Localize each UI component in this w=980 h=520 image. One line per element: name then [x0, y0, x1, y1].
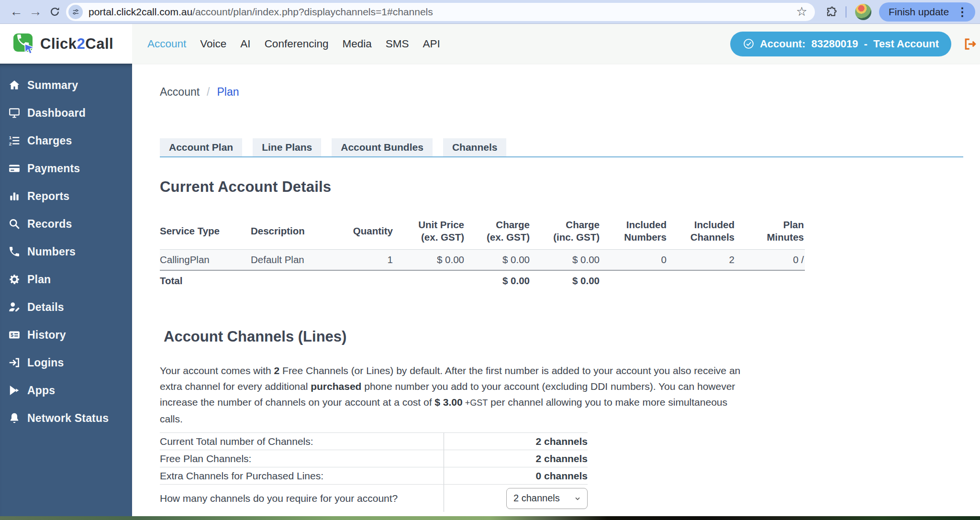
- user-edit-icon: [8, 301, 21, 314]
- col-description: Description: [251, 216, 335, 250]
- check-circle-icon: [743, 38, 755, 50]
- cell-description: Default Plan: [251, 250, 335, 271]
- breadcrumb-account[interactable]: Account: [160, 86, 200, 99]
- monitor-icon: [8, 107, 21, 120]
- sidebar-item-network-status[interactable]: Network Status: [0, 404, 132, 432]
- cell-service-type: CallingPlan: [160, 250, 251, 271]
- top-navigation: Account Voice AI Conferencing Media SMS …: [147, 38, 440, 50]
- finish-update-label: Finish update: [889, 6, 949, 18]
- sidebar: Summary Dashboard 12 Charges Payments Re…: [0, 64, 132, 517]
- col-charge-ex: Charge(ex. GST): [465, 216, 531, 250]
- cell-included-numbers: 0: [601, 250, 668, 271]
- reload-icon[interactable]: [45, 6, 64, 18]
- sidebar-item-dashboard[interactable]: Dashboard: [0, 99, 132, 127]
- svg-text:1: 1: [9, 135, 11, 140]
- chevron-down-icon: [574, 495, 581, 502]
- search-icon: [8, 218, 21, 231]
- nav-api[interactable]: API: [423, 38, 440, 50]
- sidebar-item-numbers[interactable]: Numbers: [0, 238, 132, 266]
- tab-account-bundles[interactable]: Account Bundles: [332, 138, 433, 156]
- channels-row-extra: Extra Channels for Purchased Lines: 0 ch…: [160, 467, 588, 484]
- kebab-menu-icon[interactable]: ⋮: [957, 5, 968, 19]
- col-included-numbers: IncludedNumbers: [601, 216, 668, 250]
- gear-icon: [8, 273, 21, 286]
- current-account-details-title: Current Account Details: [160, 178, 980, 196]
- address-bar[interactable]: portal.click2call.com.au/account/plan/in…: [66, 3, 815, 21]
- row-label: Free Plan Channels:: [160, 450, 444, 467]
- url-path: /account/plan/index.php?displaychannels=…: [192, 6, 433, 17]
- nav-sms[interactable]: SMS: [386, 38, 409, 50]
- sidebar-item-records[interactable]: Records: [0, 210, 132, 238]
- col-quantity: Quantity: [335, 216, 394, 250]
- col-included-channels: IncludedChannels: [668, 216, 735, 250]
- sidebar-item-payments[interactable]: Payments: [0, 155, 132, 182]
- sidebar-item-history[interactable]: $ History: [0, 321, 132, 349]
- row-label: Extra Channels for Purchased Lines:: [160, 467, 444, 484]
- sidebar-item-apps[interactable]: Apps: [0, 376, 132, 404]
- url-text[interactable]: portal.click2call.com.au/account/plan/in…: [89, 6, 791, 18]
- nav-account[interactable]: Account: [147, 38, 186, 50]
- channels-select-value: 2 channels: [513, 493, 560, 504]
- breadcrumb-plan[interactable]: Plan: [217, 86, 239, 99]
- cell-charge-ex: $ 0.00: [465, 250, 531, 271]
- forward-icon[interactable]: →: [26, 5, 45, 18]
- tab-account-plan[interactable]: Account Plan: [160, 138, 242, 156]
- breadcrumb-separator: /: [207, 86, 210, 99]
- nav-conferencing[interactable]: Conferencing: [265, 38, 329, 50]
- account-channels-title: Account Channels (Lines): [164, 328, 980, 345]
- total-charge-inc: $ 0.00: [531, 270, 601, 291]
- col-service-type: Service Type: [160, 216, 251, 250]
- svg-text:$: $: [10, 332, 13, 338]
- nav-media[interactable]: Media: [342, 38, 371, 50]
- cell-quantity: 1: [335, 250, 394, 271]
- tab-channels[interactable]: Channels: [443, 138, 507, 156]
- logout-icon[interactable]: [963, 37, 977, 51]
- total-charge-ex: $ 0.00: [465, 270, 531, 291]
- site-info-icon[interactable]: [68, 5, 83, 19]
- main-content: Account / Plan Account Plan Line Plans A…: [132, 64, 980, 517]
- browser-window: ← → portal.click2call.com.au/account/pla…: [0, 0, 980, 520]
- nav-ai[interactable]: AI: [240, 38, 250, 50]
- sidebar-item-details[interactable]: Details: [0, 293, 132, 321]
- col-charge-inc: Charge(inc. GST): [531, 216, 601, 250]
- numbered-list-icon: 12: [8, 134, 21, 147]
- sidebar-item-plan[interactable]: Plan: [0, 266, 132, 293]
- channels-row-free: Free Plan Channels: 2 channels: [160, 450, 588, 467]
- channels-intro-paragraph: Your account comes with 2 Free Channels …: [160, 363, 741, 427]
- sidebar-item-logins[interactable]: Logins: [0, 349, 132, 376]
- sidebar-item-reports[interactable]: Reports: [0, 182, 132, 210]
- col-unit-price: Unit Price(ex. GST): [394, 216, 465, 250]
- plan-table-total-row: Total $ 0.00 $ 0.00: [160, 270, 805, 291]
- finish-update-button[interactable]: Finish update ⋮: [879, 2, 975, 22]
- plan-tabs: Account Plan Line Plans Account Bundles …: [160, 138, 963, 157]
- breadcrumb: Account / Plan: [160, 86, 980, 99]
- nav-voice[interactable]: Voice: [200, 38, 226, 50]
- bell-icon: [8, 412, 21, 425]
- click2call-logo-icon: [12, 33, 35, 55]
- logo-text: Click2Call: [40, 35, 113, 53]
- sidebar-item-summary[interactable]: Summary: [0, 71, 132, 99]
- bar-chart-icon: [8, 190, 21, 203]
- credit-card-icon: [8, 162, 21, 175]
- extensions-icon[interactable]: [825, 6, 837, 18]
- cell-charge-inc: $ 0.00: [531, 250, 601, 271]
- back-icon[interactable]: ←: [7, 5, 26, 18]
- cell-unit-price: $ 0.00: [394, 250, 465, 271]
- row-value: 2 channels: [444, 450, 588, 467]
- bookmark-star-icon[interactable]: ☆: [796, 4, 807, 19]
- sidebar-item-charges[interactable]: 12 Charges: [0, 127, 132, 155]
- channels-select[interactable]: 2 channels: [506, 488, 588, 509]
- logo[interactable]: Click2Call: [0, 24, 132, 64]
- tab-line-plans[interactable]: Line Plans: [253, 138, 321, 156]
- row-value: 0 channels: [444, 467, 588, 484]
- plan-table-header-row: Service Type Description Quantity Unit P…: [160, 216, 805, 250]
- phone-icon: [8, 245, 21, 258]
- billing-history-icon: $: [8, 329, 21, 342]
- desktop-wallpaper-strip: [0, 516, 980, 520]
- cell-plan-minutes: 0 /: [735, 250, 805, 271]
- account-badge[interactable]: Account: 83280019 - Test Account: [730, 32, 951, 56]
- profile-avatar[interactable]: [855, 4, 871, 20]
- browser-toolbar: ← → portal.click2call.com.au/account/pla…: [0, 0, 980, 24]
- plan-table-row: CallingPlan Default Plan 1 $ 0.00 $ 0.00…: [160, 250, 805, 271]
- toolbar-divider: [846, 6, 846, 18]
